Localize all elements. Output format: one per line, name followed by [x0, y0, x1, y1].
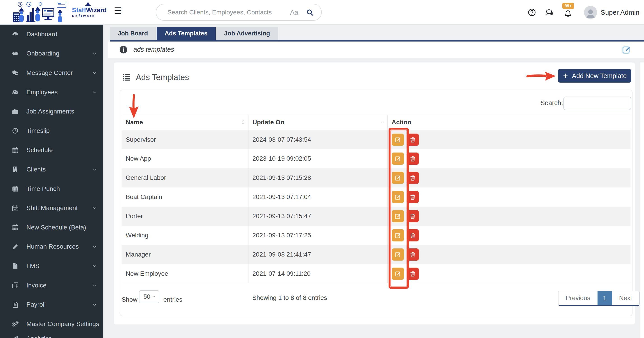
- edit-template-button[interactable]: [392, 134, 404, 146]
- sort-icons: [241, 119, 246, 126]
- sidebar-item-shift-management[interactable]: Shift Management: [0, 198, 103, 218]
- cell-actions: [388, 188, 630, 207]
- trash-icon: [410, 213, 416, 219]
- edit-template-button[interactable]: [392, 268, 404, 280]
- help-icon[interactable]: [528, 8, 536, 17]
- notifications-bell-icon[interactable]: [564, 10, 572, 18]
- search-icon[interactable]: [306, 8, 314, 16]
- edit-page-icon[interactable]: [622, 45, 631, 54]
- file-text-icon: [12, 301, 19, 308]
- briefcase-icon: [12, 108, 19, 115]
- chevron-down-icon: [92, 167, 97, 172]
- page-size-select[interactable]: 50: [139, 290, 159, 303]
- clock-icon: [12, 127, 19, 134]
- trash-icon: [410, 156, 416, 162]
- sort-icons: [380, 120, 385, 124]
- chat-icon[interactable]: [546, 8, 554, 17]
- column-header-update-on[interactable]: Update On: [248, 115, 388, 130]
- cell-updated: 2021-09-08 21:41:47: [248, 245, 388, 264]
- tab-job-advertising[interactable]: Job Advertising: [216, 27, 278, 40]
- gears-icon: [12, 320, 19, 328]
- global-search-input[interactable]: [168, 9, 290, 16]
- sidebar-item-message-center[interactable]: Message Center: [0, 63, 103, 82]
- edit-icon: [395, 213, 401, 219]
- delete-template-button[interactable]: [406, 248, 419, 260]
- column-header-name[interactable]: Name: [122, 115, 248, 130]
- calendar-icon: [12, 224, 19, 231]
- chevron-down-icon: [92, 283, 97, 288]
- cell-name: Manager: [122, 245, 248, 264]
- delete-template-button[interactable]: [406, 152, 419, 165]
- sidebar-item-new-schedule-beta[interactable]: New Schedule (Beta): [0, 218, 103, 237]
- trash-icon: [410, 175, 416, 181]
- sidebar-item-payroll[interactable]: Payroll: [0, 295, 103, 314]
- sidebar-item-analytics[interactable]: Analytics: [0, 334, 103, 338]
- add-new-template-button[interactable]: Add New Template: [558, 69, 631, 82]
- cell-name: Supervisor: [122, 130, 248, 149]
- avatar[interactable]: [584, 6, 597, 19]
- edit-icon: [395, 194, 401, 200]
- cell-actions: [388, 226, 630, 245]
- user-menu[interactable]: Super Admin: [601, 8, 640, 16]
- sidebar-item-timeslip[interactable]: Timeslip: [0, 121, 103, 140]
- pagination: Previous 1 Next: [558, 290, 640, 306]
- text-size-toggle[interactable]: Aa: [290, 8, 298, 16]
- page-1-button[interactable]: 1: [598, 291, 612, 305]
- cell-updated: 2021-07-14 09:11:20: [248, 264, 388, 284]
- edit-template-button[interactable]: [392, 152, 404, 165]
- tab-job-board[interactable]: Job Board: [110, 27, 156, 40]
- sidebar-item-label: Dashboard: [26, 31, 97, 38]
- logo-hat-icon: [85, 2, 91, 6]
- delete-template-button[interactable]: [406, 134, 419, 146]
- edit-template-button[interactable]: [392, 210, 404, 222]
- tab-underline: [110, 40, 644, 42]
- sidebar-item-label: Analytics: [26, 335, 97, 338]
- cell-name: Welding: [122, 226, 248, 245]
- table-row: Boat Captain2021-09-13 07:17:04: [122, 188, 630, 207]
- table-search-input[interactable]: [564, 96, 631, 110]
- sidebar-item-invoice[interactable]: Invoice: [0, 276, 103, 295]
- sidebar-item-clients[interactable]: Clients: [0, 160, 103, 179]
- global-search[interactable]: Aa: [156, 4, 322, 21]
- hamburger-menu-icon[interactable]: ☰: [114, 6, 122, 15]
- tab-ads-templates[interactable]: Ads Templates: [156, 27, 216, 40]
- sidebar-item-label: Clients: [26, 166, 92, 173]
- edit-template-button[interactable]: [392, 172, 404, 184]
- chevron-down-icon: [92, 70, 97, 76]
- sidebar-item-job-assignments[interactable]: Job Assignments: [0, 102, 103, 121]
- breadcrumb: ads templates: [133, 46, 174, 53]
- sidebar-item-label: Human Resources: [26, 243, 92, 250]
- previous-page-button[interactable]: Previous: [558, 291, 598, 305]
- next-page-button[interactable]: Next: [612, 291, 640, 305]
- staffwizard-logo: $ StaffWizard Software: [12, 1, 107, 23]
- svg-text:$: $: [19, 3, 21, 6]
- logo-illustration: $: [12, 2, 69, 23]
- scrollbar-track[interactable]: [640, 62, 644, 338]
- calendar-icon: [12, 147, 19, 154]
- edit-template-button[interactable]: [392, 248, 404, 260]
- delete-template-button[interactable]: [406, 191, 419, 203]
- sidebar-item-time-punch[interactable]: Time Punch: [0, 179, 103, 198]
- edit-template-button[interactable]: [392, 229, 404, 242]
- cell-updated: 2021-09-13 07:15:28: [248, 168, 388, 188]
- delete-template-button[interactable]: [406, 229, 419, 242]
- sidebar-item-schedule[interactable]: Schedule: [0, 140, 103, 160]
- cell-actions: [388, 207, 630, 226]
- logo-part2: Wizard: [86, 6, 107, 14]
- edit-template-button[interactable]: [392, 191, 404, 203]
- sidebar-item-master-company-settings[interactable]: Master Company Settings: [0, 314, 103, 334]
- sidebar-item-employees[interactable]: Employees: [0, 82, 103, 102]
- sidebar-item-human-resources[interactable]: Human Resources: [0, 237, 103, 256]
- person-icon: [584, 7, 597, 19]
- sidebar-item-onboarding[interactable]: Onboarding: [0, 44, 103, 64]
- delete-template-button[interactable]: [406, 172, 419, 184]
- delete-template-button[interactable]: [406, 210, 419, 222]
- sidebar-item-lms[interactable]: LMS: [0, 256, 103, 276]
- top-bar: $ StaffWizard Software ☰ Aa: [0, 0, 644, 24]
- edit-icon: [395, 270, 401, 277]
- sidebar-item-label: Employees: [26, 89, 92, 96]
- edit-icon: [395, 232, 401, 238]
- sidebar-item-dashboard[interactable]: Dashboard: [0, 24, 103, 44]
- sidebar-item-label: Shift Management: [26, 204, 92, 212]
- delete-template-button[interactable]: [406, 268, 419, 280]
